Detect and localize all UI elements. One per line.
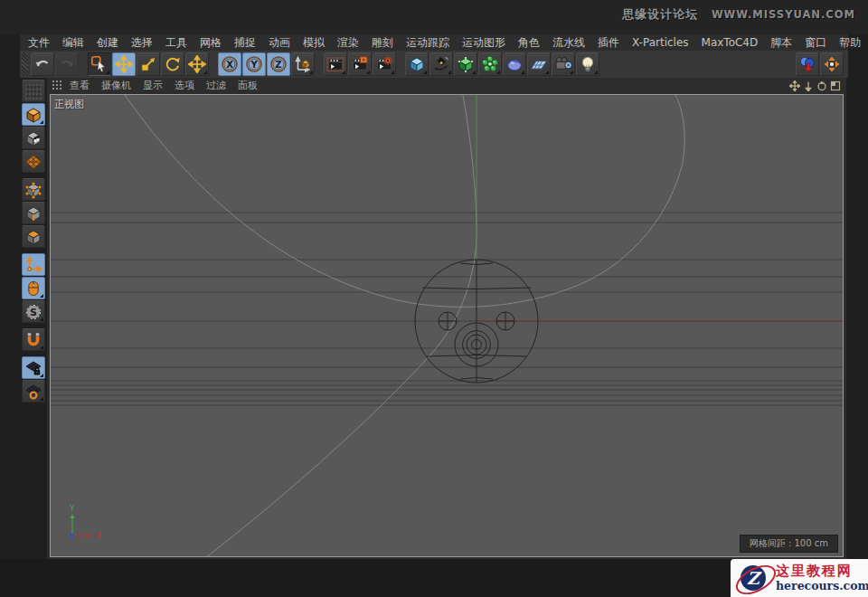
dolly-view-icon (803, 81, 814, 91)
long-diagonal (206, 95, 476, 556)
menu-item-6[interactable]: 网格 (200, 35, 222, 51)
model-cube-icon (24, 106, 42, 124)
plane-lock-icon (24, 359, 42, 377)
viewport-navigation-button[interactable] (820, 52, 844, 76)
menu-item-16[interactable]: 插件 (598, 35, 619, 51)
layout-spheres-icon (798, 55, 816, 73)
menu-item-15[interactable]: 流水线 (552, 35, 585, 51)
render-view-button[interactable] (324, 52, 347, 76)
viewport-solo-button[interactable] (22, 277, 45, 299)
light-icon (579, 55, 597, 73)
render-picture-viewer-button[interactable] (348, 52, 372, 76)
toggle-view-button[interactable] (828, 80, 842, 91)
interface-layout-button[interactable] (796, 52, 819, 76)
viewport-menu-item-2[interactable]: 摄像机 (101, 79, 131, 92)
view-label[interactable]: 正视图 (54, 98, 84, 111)
lock-z-axis-button[interactable]: Z (267, 52, 290, 76)
add-spline-button[interactable] (429, 52, 453, 76)
footer-margin: Z 这里教程网 herecours.com (0, 559, 868, 597)
menu-item-2[interactable]: 编辑 (62, 35, 84, 51)
texture-mode-button[interactable] (22, 127, 45, 149)
viewport-menu-item-1[interactable]: 查看 (70, 79, 90, 92)
model-mode-button[interactable] (22, 103, 45, 126)
main-toolbar: X Y Z (20, 51, 848, 78)
menu-item-9[interactable]: 模拟 (303, 35, 325, 51)
grid-spacing-readout: 网格间距 : 100 cm (740, 535, 838, 553)
menu-item-19[interactable]: 脚本 (770, 35, 792, 51)
enable-axis-button[interactable] (22, 253, 45, 276)
add-mograph-button[interactable] (478, 52, 502, 76)
menu-item-11[interactable]: 雕刻 (372, 35, 393, 51)
viewport-menu-item-3[interactable]: 显示 (143, 79, 163, 92)
undo-button[interactable] (31, 52, 54, 76)
toolbar-buttons: X Y Z (31, 52, 600, 76)
toolbar-grip[interactable] (22, 52, 28, 76)
magnet-snap-button[interactable] (22, 328, 45, 351)
add-cube-button[interactable] (405, 52, 429, 76)
add-light-button[interactable] (576, 52, 599, 76)
svg-text:Z: Z (275, 60, 281, 70)
viewport-menu-item-6[interactable]: 面板 (238, 79, 258, 92)
workplane-mode-button[interactable] (22, 150, 45, 173)
gizmo-x-label: X (96, 531, 101, 540)
tool-sidebar: S (20, 80, 47, 403)
lock-x-axis-button[interactable]: X (218, 52, 241, 76)
scene-3d-view[interactable]: YX (51, 95, 843, 556)
axis-tool-icon (24, 256, 42, 274)
polygons-mode-button[interactable] (22, 225, 45, 248)
add-generator-button[interactable] (454, 52, 477, 76)
viewport-menu-item-5[interactable]: 过滤 (206, 79, 226, 92)
menu-item-5[interactable]: 工具 (165, 35, 187, 51)
menu-item-18[interactable]: MaxToC4D (702, 36, 759, 49)
dolly-view-button[interactable] (801, 80, 815, 91)
pan-view-icon (789, 81, 800, 91)
coordinate-system-button[interactable] (291, 52, 315, 76)
workplane-icon (24, 153, 42, 171)
viewport-grip-icon[interactable] (52, 77, 62, 94)
move-tool-button[interactable] (112, 52, 136, 76)
menu-item-13[interactable]: 运动图形 (462, 35, 505, 51)
add-camera-button[interactable] (552, 52, 575, 76)
points-mode-button[interactable] (22, 178, 45, 201)
menu-item-21[interactable]: 帮助 (839, 35, 861, 51)
workplane-lock-button[interactable] (22, 356, 45, 379)
polygons-cube-icon (24, 228, 42, 246)
viewport-menu-item-4[interactable]: 选项 (175, 79, 194, 92)
lock-y-axis-button[interactable]: Y (242, 52, 266, 76)
grid-snap-button[interactable] (22, 380, 45, 403)
nav-cross-icon (823, 55, 841, 73)
plane-snap-icon (24, 383, 42, 401)
rotate-tool-button[interactable] (161, 52, 184, 76)
pan-view-button[interactable] (788, 80, 801, 91)
scene-curves (125, 95, 684, 556)
menu-item-4[interactable]: 选择 (131, 35, 153, 51)
tutorial-watermark-badge: Z 这里教程网 herecours.com (731, 559, 868, 597)
menu-item-7[interactable]: 捕捉 (234, 35, 256, 51)
axis-gizmo: YX (69, 504, 101, 540)
badge-logo: Z (736, 561, 772, 595)
redo-button[interactable] (55, 52, 79, 76)
menu-item-14[interactable]: 角色 (518, 35, 540, 51)
redo-icon (58, 55, 76, 73)
menu-item-1[interactable]: 文件 (28, 35, 50, 51)
add-deformer-button[interactable] (503, 52, 526, 76)
last-tool-button[interactable] (185, 52, 209, 76)
viewport-canvas[interactable]: YX 正视图 网格间距 : 100 cm (50, 94, 844, 557)
rotate-view-button[interactable] (815, 80, 828, 91)
render-settings-button[interactable] (373, 52, 396, 76)
menu-item-10[interactable]: 渲染 (337, 35, 359, 51)
snap-enable-button[interactable]: S (22, 300, 45, 323)
menu-item-3[interactable]: 创建 (97, 35, 118, 51)
scale-tool-button[interactable] (137, 52, 160, 76)
selection-icon (90, 55, 108, 73)
menu-item-20[interactable]: 窗口 (805, 35, 826, 51)
site-watermark-url: WWW.MISSYUAN.COM (712, 8, 855, 21)
live-selection-button[interactable] (88, 52, 111, 76)
menu-item-12[interactable]: 运动跟踪 (406, 35, 449, 51)
menu-item-17[interactable]: X-Particles (632, 36, 689, 49)
viewport-nav-controls (788, 80, 842, 91)
magnet-icon (24, 331, 42, 349)
edges-mode-button[interactable] (22, 202, 45, 224)
menu-item-8[interactable]: 动画 (269, 35, 290, 51)
add-environment-button[interactable] (527, 52, 551, 76)
